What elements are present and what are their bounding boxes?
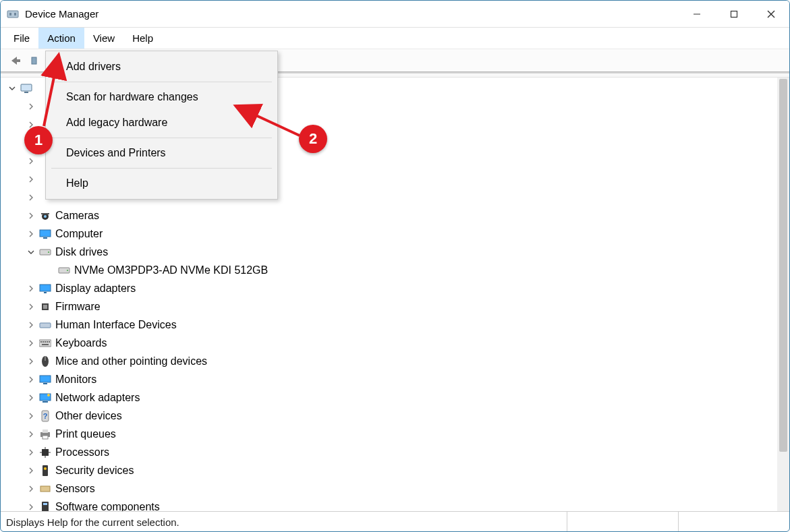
scrollbar-thumb[interactable] xyxy=(779,79,787,452)
action-menu-dropdown: Add drivers Scan for hardware changes Ad… xyxy=(45,51,278,200)
svg-rect-9 xyxy=(21,84,32,91)
tree-node[interactable]: Display adapters xyxy=(5,279,777,297)
tree-node[interactable]: NVMe OM3PDP3-AD NVMe KDI 512GB xyxy=(5,261,777,279)
svg-rect-35 xyxy=(43,383,47,384)
titlebar: Device Manager xyxy=(1,1,789,28)
svg-rect-4 xyxy=(731,11,737,17)
expander-icon[interactable] xyxy=(25,446,37,459)
expander-icon[interactable] xyxy=(25,246,37,258)
minimize-button[interactable] xyxy=(678,1,715,28)
svg-rect-26 xyxy=(40,341,42,343)
menu-separator xyxy=(51,168,272,169)
tree-node[interactable]: Network adapters xyxy=(5,388,777,407)
sensor-icon xyxy=(38,482,52,496)
expander-icon[interactable] xyxy=(25,155,37,167)
tree-node[interactable]: Keyboards xyxy=(5,334,777,352)
security-icon xyxy=(38,464,52,477)
expander-icon[interactable] xyxy=(25,100,37,113)
menu-file[interactable]: File xyxy=(5,28,38,49)
svg-rect-0 xyxy=(7,11,18,18)
svg-rect-15 xyxy=(43,237,47,239)
expander-icon[interactable] xyxy=(25,319,37,331)
expander-spacer xyxy=(44,264,56,276)
tree-node[interactable]: Print queues xyxy=(5,425,777,443)
expander-icon[interactable] xyxy=(25,173,37,185)
svg-point-12 xyxy=(44,215,47,218)
back-button[interactable] xyxy=(6,52,25,69)
maximize-button[interactable] xyxy=(715,1,752,28)
svg-rect-53 xyxy=(43,503,47,505)
svg-rect-51 xyxy=(40,486,50,492)
menu-item-devices-printers[interactable]: Devices and Printers xyxy=(46,140,277,166)
tree-node-label: Cameras xyxy=(55,206,99,225)
close-button[interactable] xyxy=(752,1,789,28)
tree-node-label: Keyboards xyxy=(55,334,107,352)
expander-icon[interactable] xyxy=(25,228,37,240)
tree-node[interactable]: Processors xyxy=(5,443,777,461)
software-icon xyxy=(38,500,52,512)
menu-item-add-drivers[interactable]: Add drivers xyxy=(46,54,277,80)
svg-rect-24 xyxy=(40,323,51,328)
cpu-icon xyxy=(38,446,52,459)
menu-help[interactable]: Help xyxy=(123,28,162,49)
mouse-icon xyxy=(38,355,52,368)
tree-node[interactable]: Cameras xyxy=(5,206,777,225)
expander-icon[interactable] xyxy=(25,374,37,386)
tree-node-label: Print queues xyxy=(55,425,116,443)
tree-node[interactable]: Software components xyxy=(5,498,777,511)
tree-node[interactable]: Mice and other pointing devices xyxy=(5,352,777,370)
annotation-badge-1: 1 xyxy=(24,126,53,154)
expander-icon[interactable] xyxy=(25,428,37,440)
tree-node[interactable]: Computer xyxy=(5,225,777,243)
printer-icon xyxy=(38,427,52,441)
statusbar: Displays Help for the current selection. xyxy=(1,511,789,532)
expander-icon[interactable] xyxy=(25,283,37,295)
svg-rect-14 xyxy=(40,230,51,237)
expander-icon[interactable] xyxy=(25,465,37,477)
svg-rect-37 xyxy=(43,401,48,403)
status-cell-2 xyxy=(678,512,789,532)
tree-node-label: Processors xyxy=(55,443,109,461)
svg-rect-25 xyxy=(39,340,51,347)
camera-icon xyxy=(38,209,52,223)
expander-icon[interactable] xyxy=(25,392,37,404)
tree-node[interactable]: Disk drives xyxy=(5,243,777,261)
menu-item-scan-hardware[interactable]: Scan for hardware changes xyxy=(46,84,277,110)
menubar: File Action View Help xyxy=(1,28,789,49)
tree-node[interactable]: ?Other devices xyxy=(5,407,777,425)
toolbar-button[interactable] xyxy=(28,52,47,69)
expander-icon[interactable] xyxy=(25,355,37,367)
tree-node[interactable]: Security devices xyxy=(5,461,777,479)
tree-node[interactable]: Human Interface Devices xyxy=(5,316,777,334)
expander-icon[interactable] xyxy=(25,191,37,204)
expander-icon[interactable] xyxy=(25,210,37,222)
tree-node[interactable]: Monitors xyxy=(5,370,777,388)
tree-node-label: NVMe OM3PDP3-AD NVMe KDI 512GB xyxy=(74,261,268,279)
expander-icon[interactable] xyxy=(6,82,18,94)
menu-action[interactable]: Action xyxy=(38,28,84,49)
keyboard-icon xyxy=(38,336,52,350)
tree-node[interactable]: Sensors xyxy=(5,479,777,498)
expander-icon[interactable] xyxy=(25,501,37,512)
expander-icon[interactable] xyxy=(25,483,37,495)
vertical-scrollbar[interactable] xyxy=(777,78,789,511)
menu-item-add-legacy-hardware[interactable]: Add legacy hardware xyxy=(46,110,277,136)
svg-rect-10 xyxy=(24,92,28,93)
computer-root-icon xyxy=(20,82,33,95)
disk-icon xyxy=(57,264,71,277)
menu-view[interactable]: View xyxy=(84,28,123,49)
svg-rect-13 xyxy=(41,213,49,214)
svg-rect-28 xyxy=(45,341,46,343)
svg-point-38 xyxy=(47,394,50,396)
tree-node-label: Other devices xyxy=(55,407,122,425)
expander-icon[interactable] xyxy=(25,301,37,313)
tree-node-label: Mice and other pointing devices xyxy=(55,352,207,370)
expander-icon[interactable] xyxy=(25,410,37,422)
tree-node[interactable]: Firmware xyxy=(5,297,777,316)
app-icon xyxy=(6,7,20,21)
expander-icon[interactable] xyxy=(25,337,37,349)
svg-rect-8 xyxy=(32,57,36,64)
chip-icon xyxy=(38,300,52,314)
menu-item-help[interactable]: Help xyxy=(46,171,277,196)
annotation-badge-2: 2 xyxy=(299,125,327,153)
